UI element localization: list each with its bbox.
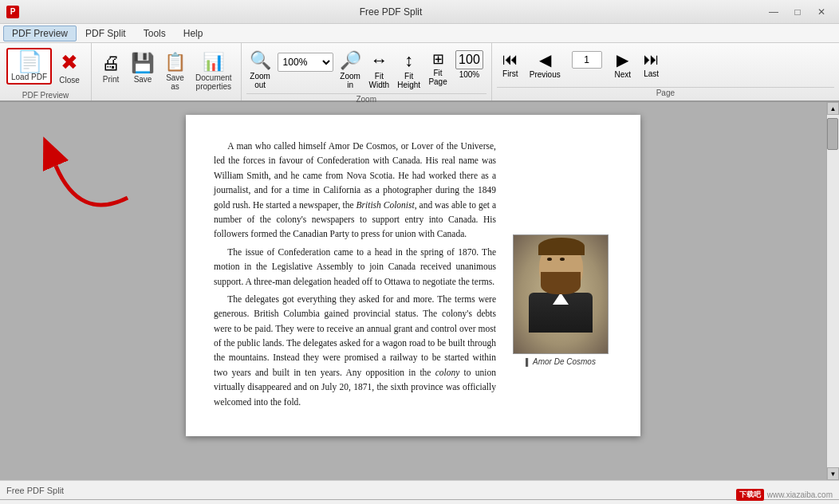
scroll-thumb[interactable]: [827, 118, 838, 150]
vertical-scrollbar[interactable]: ▲ ▼: [826, 102, 839, 480]
next-page-button[interactable]: ▶ Next: [609, 48, 636, 81]
portrait-head: [539, 242, 583, 291]
menu-pdf-preview[interactable]: PDF Preview: [3, 26, 77, 41]
load-pdf-button[interactable]: 📄 Load PDF: [6, 48, 52, 85]
portrait-hair: [538, 238, 585, 255]
previous-icon: ◀: [539, 50, 551, 69]
previous-page-button[interactable]: ◀ Previous: [526, 48, 565, 81]
portrait-beard: [541, 272, 581, 294]
menu-tools[interactable]: Tools: [135, 26, 175, 41]
close-icon: ✖: [61, 50, 78, 75]
fit-width-button[interactable]: ↔ FitWidth: [366, 48, 393, 92]
portrait-caption: ▌ Amor De Cosmos: [526, 357, 596, 366]
main-area: A man who called himself Amor De Cosmos,…: [0, 102, 839, 480]
fit-page-icon: ⊞: [432, 50, 444, 68]
portrait-image: [513, 234, 609, 354]
fit-width-icon: ↔: [370, 50, 388, 71]
horizontal-scrollbar[interactable]: [0, 499, 839, 500]
ribbon-group-pdf-preview: 📄 Load PDF ✖ Close PDF Preview: [0, 43, 92, 100]
fit-height-icon: ↕: [404, 50, 413, 71]
window-title: Free PDF Split: [19, 6, 762, 18]
portrait-eyes: [547, 258, 565, 261]
fit-page-button[interactable]: ⊞ FitPage: [425, 48, 451, 89]
left-eye: [547, 258, 552, 261]
right-eye: [560, 258, 565, 261]
scroll-down-button[interactable]: ▼: [827, 467, 839, 480]
menu-help[interactable]: Help: [175, 26, 212, 41]
fit-height-button[interactable]: ↕ FitHeight: [394, 48, 423, 92]
ribbon-group-page: ⏮ First ◀ Previous ▶ Next ⏭ Last: [492, 43, 839, 100]
zoom-in-icon: 🔎: [340, 50, 361, 71]
scroll-track[interactable]: [827, 115, 839, 467]
portrait-collar: [553, 293, 569, 305]
zoom-100-icon: 100: [455, 50, 483, 69]
zoom-out-icon: 🔍: [250, 50, 271, 71]
last-page-button[interactable]: ⏭ Last: [638, 48, 665, 81]
print-icon: 🖨: [101, 52, 120, 74]
pdf-page: A man who called himself Amor De Cosmos,…: [186, 115, 640, 436]
ribbon-group-zoom: 🔍 Zoomout 50% 75% 100% 125% 150% 200% 🔎: [242, 43, 492, 100]
zoom-in-button[interactable]: 🔎 Zoomin: [337, 48, 364, 92]
save-as-button[interactable]: 📋 Saveas: [160, 49, 190, 93]
maximize-button[interactable]: □: [786, 4, 809, 20]
doc-properties-button[interactable]: 📊 Documentproperties: [191, 49, 236, 93]
pdf-text-column: A man who called himself Amor De Cosmos,…: [214, 139, 496, 412]
close-button[interactable]: ✖ Close: [54, 48, 85, 87]
doc-props-icon: 📊: [203, 52, 224, 73]
pdf-paragraph-2: The issue of Confederation came to a hea…: [214, 245, 496, 289]
window-controls: — □ ✕: [762, 4, 833, 20]
portrait-figure: [514, 242, 608, 333]
title-bar-left: P: [6, 6, 19, 18]
close-window-button[interactable]: ✕: [810, 4, 833, 20]
zoom-dropdown[interactable]: 50% 75% 100% 125% 150% 200%: [278, 53, 333, 72]
scroll-up-button[interactable]: ▲: [827, 102, 839, 115]
watermark-url: www.xiazaiba.com: [767, 490, 833, 499]
last-icon: ⏭: [644, 50, 660, 69]
ribbon: 📄 Load PDF ✖ Close PDF Preview 🖨 Print 💾: [0, 43, 839, 102]
zoom-100-button[interactable]: 100 100%: [452, 48, 486, 81]
status-text: Free PDF Split: [6, 486, 64, 495]
save-as-icon: 📋: [164, 52, 186, 73]
portrait-body: [529, 293, 593, 333]
pdf-paragraph-1: A man who called himself Amor De Cosmos,…: [214, 139, 496, 242]
status-bar: Free PDF Split 下载吧 www.xiazaiba.com: [0, 480, 839, 499]
pdf-image-column: ▌ Amor De Cosmos: [509, 139, 613, 412]
title-bar: P Free PDF Split — □ ✕: [0, 0, 839, 24]
zoom-out-button[interactable]: 🔍 Zoomout: [246, 48, 274, 92]
pdf-preview-group-label: PDF Preview: [22, 91, 69, 100]
minimize-button[interactable]: —: [762, 4, 785, 20]
menu-pdf-split[interactable]: PDF Split: [77, 26, 135, 41]
watermark-area: 下载吧 www.xiazaiba.com: [736, 489, 833, 501]
first-icon: ⏮: [502, 50, 518, 69]
print-button[interactable]: 🖨 Print: [97, 49, 125, 93]
pdf-content: A man who called himself Amor De Cosmos,…: [214, 139, 613, 412]
save-icon: 💾: [131, 52, 155, 74]
page-number-input[interactable]: [572, 51, 602, 69]
pdf-paragraph-3: The delegates got everything they asked …: [214, 292, 496, 409]
watermark-logo: 下载吧: [736, 489, 764, 501]
next-icon: ▶: [616, 50, 628, 69]
save-button[interactable]: 💾 Save: [127, 49, 159, 93]
pdf-canvas[interactable]: A man who called himself Amor De Cosmos,…: [0, 102, 826, 480]
menu-bar: PDF Preview PDF Split Tools Help: [0, 24, 839, 43]
app-icon: P: [6, 6, 19, 18]
page-group-label: Page: [497, 87, 834, 97]
first-page-button[interactable]: ⏮ First: [497, 48, 524, 81]
load-pdf-icon: 📄: [17, 51, 42, 72]
ribbon-group-file: 🖨 Print 💾 Save 📋 Saveas 📊 Documentproper…: [92, 43, 242, 100]
